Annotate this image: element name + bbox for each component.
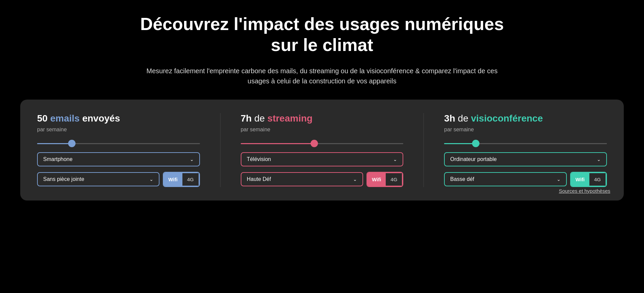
sources-link[interactable]: Sources et hypothèses (559, 188, 610, 194)
email-device-dropdown[interactable]: Smartphone ⌄ (37, 152, 200, 166)
email-quality-dropdown[interactable]: Sans pièce jointe ⌄ (37, 172, 159, 186)
streaming-device-row: Télévision ⌄ (241, 152, 404, 166)
visio-wifi-button[interactable]: Wifi (571, 172, 589, 186)
streaming-panel: 7h de streaming par semaine Télévision ⌄… (241, 113, 404, 187)
email-highlight: emails (50, 113, 80, 124)
chevron-down-icon: ⌄ (353, 177, 357, 182)
email-per: par semaine (37, 127, 200, 133)
streaming-device-dropdown[interactable]: Télévision ⌄ (241, 152, 404, 166)
email-network-toggle: Wifi 4G (163, 172, 200, 187)
streaming-network-toggle: Wifi 4G (367, 172, 403, 187)
visio-device-selected: Ordinateur portable (450, 156, 497, 162)
streaming-quality-selected: Haute Déf (247, 176, 271, 182)
streaming-device-selected: Télévision (247, 156, 271, 162)
streaming-options-row: Haute Déf ⌄ Wifi 4G (241, 172, 404, 187)
divider-1 (220, 113, 221, 187)
divider-2 (423, 113, 424, 187)
email-4g-button[interactable]: 4G (182, 172, 199, 186)
chevron-down-icon: ⌄ (149, 177, 153, 182)
email-quality-selected: Sans pièce jointe (43, 176, 84, 182)
streaming-quality-dropdown[interactable]: Haute Déf ⌄ (241, 172, 363, 186)
visio-slider-wrapper (444, 138, 607, 147)
visio-4g-button[interactable]: 4G (589, 172, 606, 186)
visio-title: 3h de visioconférence (444, 113, 607, 124)
chevron-down-icon: ⌄ (190, 157, 194, 162)
streaming-per: par semaine (241, 127, 404, 133)
chevron-down-icon: ⌄ (393, 157, 397, 162)
streaming-amount: 7h (241, 113, 252, 124)
visio-device-dropdown[interactable]: Ordinateur portable ⌄ (444, 152, 607, 166)
streaming-wifi-button[interactable]: Wifi (367, 172, 386, 186)
visio-options-row: Basse déf ⌄ Wifi 4G (444, 172, 607, 187)
visio-highlight: visioconférence (471, 113, 543, 124)
streaming-slider[interactable] (241, 143, 404, 144)
page-title: Découvrez l'impact des usages numériques… (140, 14, 504, 56)
email-slider-wrapper (37, 138, 200, 147)
visio-network-toggle: Wifi 4G (570, 172, 607, 187)
visio-panel: 3h de visioconférence par semaine Ordina… (444, 113, 607, 187)
main-card: 50 emails envoyés par semaine Smartphone… (20, 100, 624, 201)
page-subtitle: Mesurez facilement l'empreinte carbone d… (137, 66, 507, 86)
visio-slider[interactable] (444, 143, 607, 144)
visio-amount: 3h (444, 113, 455, 124)
email-device-row: Smartphone ⌄ (37, 152, 200, 166)
email-amount: 50 (37, 113, 48, 124)
email-title: 50 emails envoyés (37, 113, 200, 124)
visio-quality-dropdown[interactable]: Basse déf ⌄ (444, 172, 566, 186)
email-options-row: Sans pièce jointe ⌄ Wifi 4G (37, 172, 200, 187)
email-slider[interactable] (37, 143, 200, 144)
title-line1: Découvrez l'impact des usages numériques (140, 14, 504, 34)
chevron-down-icon: ⌄ (597, 157, 601, 162)
streaming-title: 7h de streaming (241, 113, 404, 124)
chevron-down-icon: ⌄ (557, 177, 561, 182)
streaming-4g-button[interactable]: 4G (386, 172, 403, 186)
streaming-highlight: streaming (267, 113, 313, 124)
email-wifi-button[interactable]: Wifi (164, 172, 182, 186)
email-device-selected: Smartphone (43, 156, 72, 162)
title-line2: sur le climat (271, 35, 373, 55)
visio-quality-selected: Basse déf (450, 176, 474, 182)
email-suffix: envoyés (82, 113, 120, 124)
visio-per: par semaine (444, 127, 607, 133)
visio-device-row: Ordinateur portable ⌄ (444, 152, 607, 166)
email-panel: 50 emails envoyés par semaine Smartphone… (37, 113, 200, 187)
streaming-slider-wrapper (241, 138, 404, 147)
